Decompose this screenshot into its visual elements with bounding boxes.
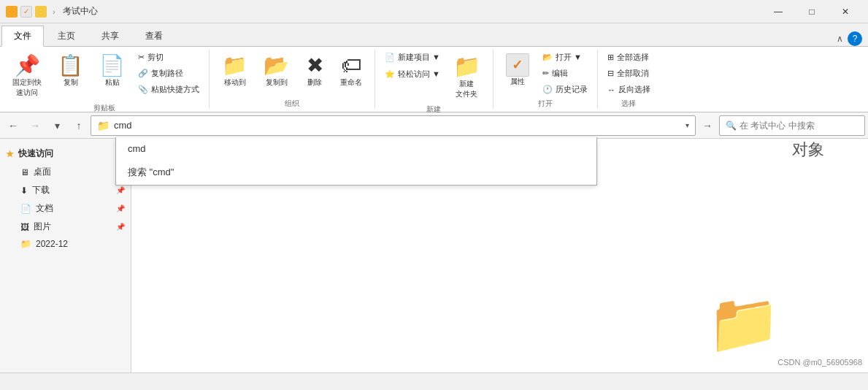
ribbon-group-new: 📄 新建项目 ▼ ⭐ 轻松访问 ▼ 📁 新建文件夹 新建 xyxy=(375,50,493,109)
quick-access-header[interactable]: ★ 快速访问 xyxy=(0,145,131,163)
sidebar-item-pictures[interactable]: 🖼 图片 📌 xyxy=(0,218,131,236)
title-controls: — □ ✕ xyxy=(761,0,862,23)
paste-shortcut-icon: 📎 xyxy=(138,85,148,94)
tab-home[interactable]: 主页 xyxy=(45,26,88,46)
sidebar-item-documents[interactable]: 📄 文档 📌 xyxy=(0,199,131,218)
ribbon-collapse-btn[interactable]: ∧ xyxy=(837,34,843,44)
sidebar-item-downloads[interactable]: ⬇ 下载 📌 xyxy=(0,181,131,199)
copy-to-button[interactable]: 📂 复制到 xyxy=(257,50,296,91)
star-icon: ★ xyxy=(6,149,14,159)
sidebar-item-2022-12[interactable]: 📁 2022-12 xyxy=(0,236,131,252)
pin-documents-icon: 📌 xyxy=(116,204,125,213)
folder-2022-icon: 📁 xyxy=(20,239,31,249)
invert-icon: ↔ xyxy=(607,85,615,94)
paste-shortcut-button[interactable]: 📎 粘贴快捷方式 xyxy=(134,82,203,97)
downloads-label: 下载 xyxy=(32,184,50,196)
dropdown-nav-button[interactable]: ▾ xyxy=(47,115,67,136)
downloads-icon: ⬇ xyxy=(20,186,28,196)
copy-path-button[interactable]: 🔗 复制路径 xyxy=(134,66,203,81)
invert-select-button[interactable]: ↔ 反向选择 xyxy=(604,82,654,97)
navigate-forward-button[interactable]: → xyxy=(697,115,718,136)
cut-button[interactable]: ✂ 剪切 xyxy=(134,50,203,65)
large-folder-icon: 📁 xyxy=(707,289,780,358)
ribbon-group-select: ⊞ 全部选择 ⊟ 全部取消 ↔ 反向选择 选择 xyxy=(598,50,660,109)
ribbon-group-organize: 📁 移动到 📂 复制到 ✖ 删除 🏷 重命名 组织 xyxy=(210,50,375,109)
new-item-icon: 📄 xyxy=(385,53,395,62)
open-label: 打开 xyxy=(538,97,553,109)
easy-access-button[interactable]: ⭐ 轻松访问 ▼ xyxy=(381,66,444,82)
title-separator: › xyxy=(53,7,55,16)
pin-pictures-icon: 📌 xyxy=(116,223,125,231)
minimize-button[interactable]: — xyxy=(761,0,795,23)
pin-icon: 📌 xyxy=(15,53,40,77)
organize-label: 组织 xyxy=(285,97,299,109)
delete-button[interactable]: ✖ 删除 xyxy=(299,50,331,91)
desktop-icon: 🖥 xyxy=(20,167,29,177)
tab-share[interactable]: 共享 xyxy=(89,26,131,46)
rename-icon: 🏷 xyxy=(341,53,361,77)
title-bar-icons: ✓ › xyxy=(6,6,58,18)
forward-nav-button[interactable]: → xyxy=(25,115,45,136)
dropdown-item-cmd[interactable]: cmd xyxy=(116,137,596,160)
edit-button[interactable]: ✏ 编辑 xyxy=(539,66,591,81)
rename-button[interactable]: 🏷 重命名 xyxy=(334,50,369,91)
paste-button[interactable]: 📄 粘贴 xyxy=(93,50,131,91)
select-content: ⊞ 全部选择 ⊟ 全部取消 ↔ 反向选择 xyxy=(604,50,654,97)
ribbon-tabs: 文件 主页 共享 查看 ∧ ? xyxy=(0,23,868,47)
open-button[interactable]: 📂 打开 ▼ xyxy=(539,50,591,65)
address-bar[interactable]: 📁 cmd ▾ xyxy=(91,115,696,136)
address-text: cmd xyxy=(114,120,681,131)
clipboard-content: 📌 固定到快速访问 📋 复制 📄 粘贴 ✂ 剪切 🔗 复制路径 xyxy=(6,50,203,102)
dropdown-item-search-cmd[interactable]: 搜索 "cmd" xyxy=(116,160,596,185)
back-button[interactable]: ← xyxy=(3,115,23,136)
open-icon: 📂 xyxy=(542,53,553,62)
pin-quick-access-button[interactable]: 📌 固定到快速访问 xyxy=(6,50,48,102)
tab-file[interactable]: 文件 xyxy=(1,26,44,47)
address-dropdown-arrow[interactable]: ▾ xyxy=(685,121,689,129)
search-bar[interactable]: 🔍 xyxy=(719,115,865,136)
copy-button[interactable]: 📋 复制 xyxy=(51,50,90,91)
pin-downloads-icon: 📌 xyxy=(116,186,125,194)
desktop-label: 桌面 xyxy=(34,166,51,178)
search-input[interactable] xyxy=(740,121,859,131)
history-button[interactable]: 🕐 历史记录 xyxy=(539,82,591,97)
title-icon-yellow xyxy=(6,6,18,18)
edit-icon: ✏ xyxy=(542,69,549,78)
select-none-button[interactable]: ⊟ 全部取消 xyxy=(604,66,654,81)
copy-path-icon: 🔗 xyxy=(138,69,148,78)
select-label: 选择 xyxy=(621,97,636,109)
address-dropdown-panel: cmd 搜索 "cmd" xyxy=(115,137,597,186)
open-small-buttons: 📂 打开 ▼ ✏ 编辑 🕐 历史记录 xyxy=(539,50,591,97)
new-item-button[interactable]: 📄 新建项目 ▼ xyxy=(381,50,444,65)
section-title: 对象 xyxy=(792,139,824,161)
documents-label: 文档 xyxy=(36,202,53,215)
maximize-button[interactable]: □ xyxy=(795,0,829,23)
ribbon: 📌 固定到快速访问 📋 复制 📄 粘贴 ✂ 剪切 🔗 复制路径 xyxy=(0,47,868,112)
new-folder-button[interactable]: 📁 新建文件夹 xyxy=(447,50,487,103)
sidebar-item-desktop[interactable]: 🖥 桌面 📌 xyxy=(0,163,131,181)
scissors-icon: ✂ xyxy=(138,53,145,62)
folder-2022-label: 2022-12 xyxy=(36,239,68,249)
properties-button[interactable]: ✓ 属性 xyxy=(499,50,536,91)
move-to-button[interactable]: 📁 移动到 xyxy=(215,50,254,91)
help-button[interactable]: ? xyxy=(848,31,862,46)
csdn-watermark: CSDN @m0_56905968 xyxy=(777,358,862,367)
properties-icon: ✓ xyxy=(506,53,529,77)
up-button[interactable]: ↑ xyxy=(69,115,89,136)
organize-content: 📁 移动到 📂 复制到 ✖ 删除 🏷 重命名 xyxy=(215,50,369,97)
title-icon-folder xyxy=(35,6,47,18)
copy-to-icon: 📂 xyxy=(264,53,289,77)
easy-access-icon: ⭐ xyxy=(385,69,395,79)
pictures-icon: 🖼 xyxy=(20,222,29,232)
pictures-label: 图片 xyxy=(34,221,51,233)
new-content: 📄 新建项目 ▼ ⭐ 轻松访问 ▼ 📁 新建文件夹 xyxy=(381,50,487,103)
select-all-button[interactable]: ⊞ 全部选择 xyxy=(604,50,654,65)
ribbon-group-clipboard: 📌 固定到快速访问 📋 复制 📄 粘贴 ✂ 剪切 🔗 复制路径 xyxy=(0,50,210,109)
select-none-icon: ⊟ xyxy=(607,69,614,78)
ribbon-group-open: ✓ 属性 📂 打开 ▼ ✏ 编辑 🕐 历史记录 打开 xyxy=(493,50,598,109)
address-folder-icon: 📁 xyxy=(97,120,110,131)
title-text: 考试中心 xyxy=(63,5,761,18)
title-bar: ✓ › 考试中心 — □ ✕ xyxy=(0,0,868,23)
tab-view[interactable]: 查看 xyxy=(133,26,175,46)
close-button[interactable]: ✕ xyxy=(829,0,862,23)
